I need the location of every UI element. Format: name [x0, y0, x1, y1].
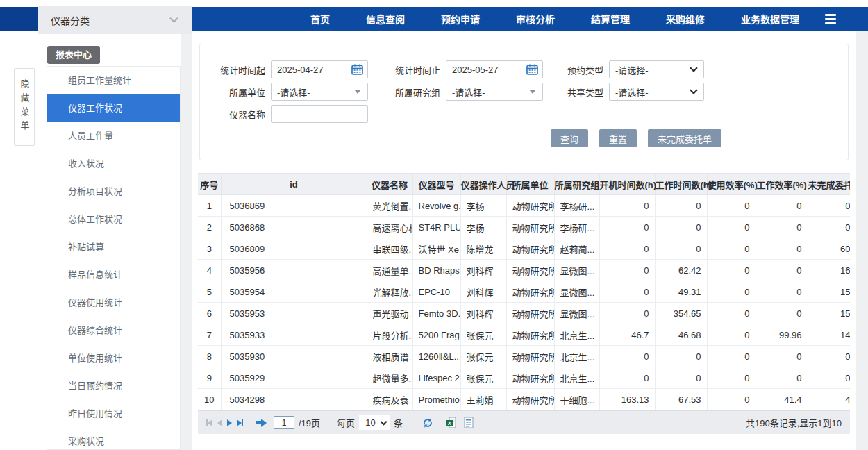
table-cell: 动物研究所 — [506, 303, 554, 324]
table-row[interactable]: 25036868高速离心机ST4R PLUS李杨动物研究所李杨研...00000 — [198, 217, 850, 238]
sidebar-item-7[interactable]: 补贴试算 — [47, 233, 180, 261]
table-cell: 0 — [599, 346, 655, 367]
nav-item-7[interactable]: 业务数据管理 — [741, 12, 799, 26]
sidebar-item-10[interactable]: 仪器综合统计 — [47, 317, 180, 344]
sidebar-item-14[interactable]: 采购状况 — [47, 428, 180, 450]
instrument-name-input[interactable] — [271, 105, 368, 123]
sidebar-item-6[interactable]: 总体工作状况 — [47, 206, 180, 233]
svg-text:X: X — [448, 420, 451, 426]
table-cell: 0 — [707, 303, 756, 324]
table-cell: Lifespec 2 — [412, 367, 460, 389]
table-cell: 15 — [808, 281, 850, 303]
table-cell: 0 — [707, 324, 756, 346]
table-cell: 5035954 — [221, 281, 367, 303]
table-cell: 李杨 — [460, 195, 506, 217]
export-excel-icon[interactable]: X — [446, 417, 458, 428]
query-button[interactable]: 查询 — [551, 129, 588, 147]
chevron-down-icon — [169, 14, 178, 23]
table-cell: 0 — [599, 303, 655, 324]
table-cell: 0 — [599, 195, 655, 217]
sidebar-item-13[interactable]: 昨日使用情况 — [47, 400, 180, 428]
table-row[interactable]: 95035929超微量多...Lifespec 2张保元动物研究所北京生...0… — [198, 367, 850, 389]
sidebar-item-4[interactable]: 收入状况 — [47, 150, 180, 178]
table-cell: 5035953 — [221, 303, 367, 324]
table-cell: 显微图... — [554, 303, 599, 324]
column-header-6: 所属单位 — [506, 174, 554, 195]
nav-item-3[interactable]: 预约申请 — [441, 12, 480, 26]
reset-button[interactable]: 重置 — [599, 129, 637, 147]
per-page-select[interactable]: 10 — [359, 415, 390, 430]
reserve-type-value: -请选择- — [610, 63, 691, 76]
sidebar-item-2[interactable]: 仪器工作状况 — [47, 94, 180, 122]
chevron-down-icon — [690, 64, 697, 72]
table-row[interactable]: 75035933片段分析...5200 Frag...张保元动物研究所北京生..… — [198, 324, 850, 346]
table-row[interactable]: 55035954光解释放...EPC-10刘科辉动物研究所显微图...049.3… — [198, 281, 850, 303]
per-page-value: 10 — [360, 417, 381, 428]
nav-item-2[interactable]: 信息查阅 — [366, 12, 405, 26]
calendar-icon[interactable] — [351, 64, 363, 75]
column-header-4: 仪器型号 — [412, 174, 460, 195]
go-to-page-icon[interactable] — [256, 419, 267, 427]
stat-end-value: 2025-05-27 — [446, 65, 526, 75]
page-number-input[interactable] — [274, 416, 294, 429]
hamburger-menu-icon[interactable] — [825, 14, 836, 24]
table-cell: 6 — [198, 303, 221, 324]
table-cell: 王莉娟 — [460, 389, 506, 410]
sidebar-item-9[interactable]: 仪器使用统计 — [47, 289, 180, 317]
table-cell: 刘科辉 — [460, 303, 506, 324]
research-group-value: -请选择- — [446, 85, 529, 99]
stat-end-date-field[interactable]: 2025-05-27 — [446, 60, 543, 78]
sidebar-item-5[interactable]: 分析项目状况 — [47, 178, 180, 206]
unit-select[interactable]: -请选择- — [271, 83, 368, 101]
table-row[interactable]: 15036869荧光倒置...Revolve g...李杨动物研究所李杨研...… — [198, 195, 850, 217]
first-page-icon[interactable] — [206, 419, 212, 426]
hide-menu-button[interactable]: 隐藏菜单 — [14, 68, 35, 146]
stat-end-label: 统计时间止 — [368, 63, 446, 76]
nav-item-6[interactable]: 采购维修 — [666, 12, 705, 26]
table-row[interactable]: 35036809串联四级...沃特世 Xe...陈增龙动物研究所赵莉蔺...00… — [198, 238, 850, 260]
stat-start-date-field[interactable]: 2025-04-27 — [271, 60, 368, 78]
category-dropdown[interactable]: 仪器分类 — [38, 6, 192, 34]
share-type-select[interactable]: -请选择- — [609, 83, 704, 101]
table-cell: 5035930 — [221, 346, 367, 367]
chevron-down-icon — [381, 418, 387, 425]
last-page-icon[interactable] — [237, 419, 243, 426]
table-cell: 动物研究所 — [506, 324, 554, 346]
table-cell: 7 — [198, 324, 221, 346]
sidebar-item-8[interactable]: 样品信息统计 — [47, 261, 180, 289]
share-type-value: -请选择- — [610, 85, 691, 99]
nav-item-5[interactable]: 结算管理 — [591, 12, 630, 26]
category-dropdown-label: 仪器分类 — [51, 13, 90, 27]
prev-page-icon[interactable] — [217, 419, 222, 426]
results-table: 序号id仪器名称仪器型号仪器操作人员所属单位所属研究组开机时间数(h)工作时间数… — [198, 173, 850, 410]
table-row[interactable]: 105034298疾病及衰...Promethion王莉娟动物研究所干细胞...… — [198, 389, 850, 410]
table-row[interactable]: 45035956高通量单...BD Rhaps...刘科辉动物研究所显微图...… — [198, 260, 850, 281]
table-row[interactable]: 65035953声光驱动...Femto 3D...刘科辉动物研究所显微图...… — [198, 303, 850, 324]
table-cell: 0 — [756, 281, 808, 303]
export-document-icon[interactable] — [464, 417, 474, 428]
table-row[interactable]: 85035930液相质谱...1260Ⅱ&L...张保元动物研究所北京生...0… — [198, 346, 850, 367]
nav-item-4[interactable]: 审核分析 — [516, 12, 555, 26]
dropdown-arrow-icon — [529, 90, 536, 94]
table-cell: 5035929 — [221, 367, 367, 389]
reserve-type-select[interactable]: -请选择- — [609, 60, 704, 78]
table-cell: 0 — [599, 281, 655, 303]
research-group-select[interactable]: -请选择- — [446, 83, 543, 101]
report-center-badge: 报表中心 — [47, 46, 100, 64]
instrument-name-label: 仪器名称 — [200, 108, 271, 121]
refresh-icon[interactable] — [422, 417, 433, 428]
sidebar-item-3[interactable]: 人员工作量 — [47, 122, 180, 150]
table-cell: 60 — [808, 238, 850, 260]
table-cell: 0 — [707, 238, 756, 260]
column-header-5: 仪器操作人员 — [460, 174, 506, 195]
sidebar-item-12[interactable]: 当日预约情况 — [47, 372, 180, 400]
next-page-icon[interactable] — [227, 419, 232, 426]
calendar-icon[interactable] — [526, 64, 538, 75]
table-cell: 动物研究所 — [506, 217, 554, 238]
table-header-row: 序号id仪器名称仪器型号仪器操作人员所属单位所属研究组开机时间数(h)工作时间数… — [198, 174, 850, 195]
sidebar-item-11[interactable]: 单位使用统计 — [47, 344, 180, 372]
nav-item-1[interactable]: 首页 — [310, 12, 330, 26]
sidebar-item-1[interactable]: 组员工作量统计 — [47, 67, 180, 94]
incomplete-orders-button[interactable]: 未完成委托单 — [648, 129, 721, 147]
table-cell: 疾病及衰... — [367, 389, 412, 410]
